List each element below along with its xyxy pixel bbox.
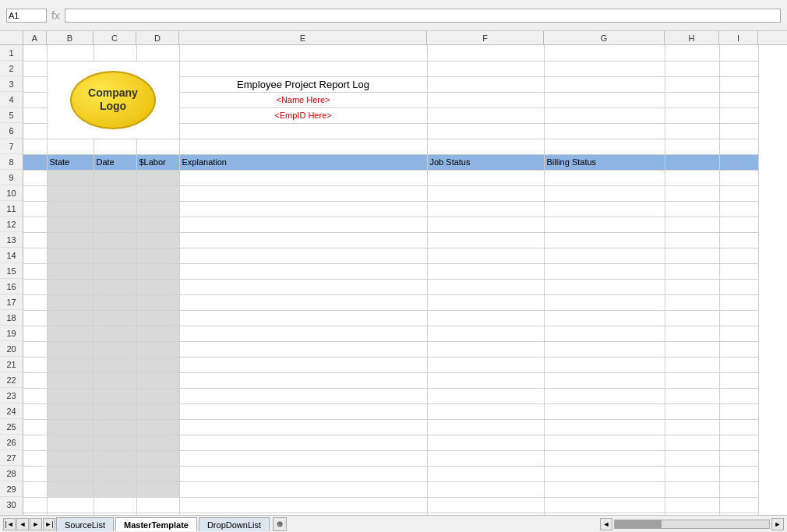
table-row bbox=[23, 310, 758, 326]
tab-dropdownlist[interactable]: DropDownList bbox=[199, 517, 270, 531]
col-header-labor: $Labor bbox=[136, 154, 179, 170]
table-row bbox=[23, 403, 758, 419]
insert-sheet-button[interactable]: ⊕ bbox=[273, 517, 287, 531]
table-row bbox=[23, 232, 758, 248]
name-placeholder-cell: <Name Here> bbox=[179, 92, 427, 107]
col-header-i: I bbox=[719, 31, 758, 44]
tab-nav-next[interactable]: ► bbox=[30, 518, 42, 530]
table-row: Company Logo bbox=[23, 61, 758, 76]
table-row bbox=[23, 294, 758, 310]
col-header-a: A bbox=[23, 31, 47, 44]
row-labels: 1 2 3 4 5 6 7 8 9 10 11 12 13 14 15 16 1… bbox=[0, 31, 23, 515]
table-row bbox=[23, 185, 758, 201]
table-row bbox=[23, 419, 758, 435]
tab-mastertemplate[interactable]: MasterTemplate bbox=[115, 517, 197, 531]
col-header-billing-status: Billing Status bbox=[544, 154, 665, 170]
logo-cell: Company Logo bbox=[47, 61, 179, 139]
col-header-state: State bbox=[47, 154, 94, 170]
col-header-h: H bbox=[665, 31, 719, 44]
col-header-job-status: Job Status bbox=[427, 154, 544, 170]
spreadsheet-app: fx 1 2 3 4 5 6 7 8 9 10 11 12 13 14 15 1… bbox=[0, 0, 787, 532]
spreadsheet-table: Company Logo bbox=[23, 45, 759, 515]
table-row bbox=[23, 326, 758, 341]
table-row bbox=[23, 139, 758, 154]
table-row bbox=[23, 435, 758, 450]
col-header-d: D bbox=[136, 31, 179, 44]
col-header-g: G bbox=[544, 31, 665, 44]
table-row bbox=[23, 201, 758, 217]
table-row bbox=[23, 497, 758, 513]
scroll-right-btn[interactable]: ► bbox=[771, 518, 784, 530]
col-header-e: E bbox=[179, 31, 427, 44]
tab-nav-last[interactable]: ►| bbox=[43, 518, 55, 530]
table-row bbox=[23, 357, 758, 372]
scroll-left-btn[interactable]: ◄ bbox=[600, 518, 612, 530]
main-grid-area: A B C D E F G H I bbox=[23, 31, 787, 515]
table-row bbox=[23, 341, 758, 357]
table-row bbox=[23, 481, 758, 497]
table-row bbox=[23, 450, 758, 466]
tab-nav-first[interactable]: |◄ bbox=[3, 518, 16, 530]
empid-placeholder-cell: <EmpID Here> bbox=[179, 107, 427, 123]
col-header-row: A B C D E F G H I bbox=[23, 31, 787, 45]
col-header-f: F bbox=[427, 31, 544, 44]
scroll-area: ◄ ► bbox=[600, 518, 784, 530]
tab-bar: |◄ ◄ ► ►| SourceList MasterTemplate Drop… bbox=[0, 515, 787, 532]
name-box[interactable] bbox=[6, 9, 47, 23]
table-row bbox=[23, 263, 758, 279]
table-row bbox=[23, 217, 758, 232]
table-row bbox=[23, 388, 758, 403]
formula-divider: fx bbox=[51, 9, 60, 22]
company-logo: Company Logo bbox=[70, 71, 156, 129]
col-header-date: Date bbox=[94, 154, 136, 170]
table-row bbox=[23, 279, 758, 294]
horizontal-scrollbar[interactable] bbox=[614, 520, 770, 529]
formula-bar: fx bbox=[0, 0, 787, 31]
corner-cell bbox=[0, 31, 23, 45]
table-header-row: State Date $Labor Explanation bbox=[23, 154, 758, 170]
col-header-explanation: Explanation bbox=[179, 154, 427, 170]
table-row bbox=[23, 45, 758, 61]
table-scroll[interactable]: Company Logo bbox=[23, 45, 787, 515]
formula-input[interactable] bbox=[65, 9, 781, 23]
table-row bbox=[23, 248, 758, 263]
table-row bbox=[23, 466, 758, 481]
table-row bbox=[23, 372, 758, 388]
tab-nav-prev[interactable]: ◄ bbox=[16, 518, 29, 530]
scrollbar-thumb bbox=[615, 520, 662, 528]
tab-sourcelist[interactable]: SourceList bbox=[56, 517, 114, 531]
col-header-b: B bbox=[47, 31, 94, 44]
report-title-cell: Employee Project Report Log bbox=[179, 76, 427, 92]
col-header-c: C bbox=[94, 31, 136, 44]
table-row bbox=[23, 170, 758, 185]
sheet-wrapper: 1 2 3 4 5 6 7 8 9 10 11 12 13 14 15 16 1… bbox=[0, 31, 787, 515]
